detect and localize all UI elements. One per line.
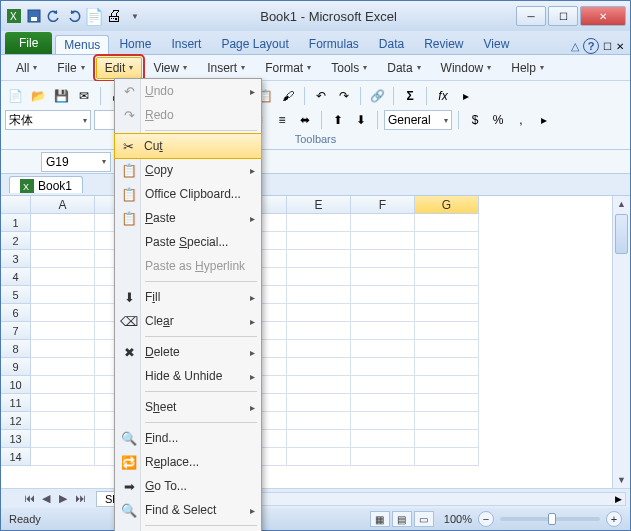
format-painter-icon[interactable]: 🖌 bbox=[278, 86, 298, 106]
doc-close-button[interactable]: ✕ bbox=[616, 41, 624, 52]
redo-icon[interactable] bbox=[65, 7, 83, 25]
menu-office-clipboard[interactable]: 📋Office Clipboard... bbox=[115, 182, 261, 206]
tab-page-layout[interactable]: Page Layout bbox=[211, 34, 298, 54]
menu-paste-special[interactable]: Paste Special... bbox=[115, 230, 261, 254]
cell[interactable] bbox=[287, 286, 351, 304]
menu-window[interactable]: Window▾ bbox=[432, 57, 501, 79]
undo-icon[interactable] bbox=[45, 7, 63, 25]
minimize-button[interactable]: ─ bbox=[516, 6, 546, 26]
row-header[interactable]: 10 bbox=[1, 376, 31, 394]
open-icon[interactable]: 📂 bbox=[28, 86, 48, 106]
cell[interactable] bbox=[287, 268, 351, 286]
cell[interactable] bbox=[31, 232, 95, 250]
row-header[interactable]: 1 bbox=[1, 214, 31, 232]
menu-sheet[interactable]: Sheet▸ bbox=[115, 395, 261, 419]
column-header[interactable]: E bbox=[287, 196, 351, 214]
new-icon[interactable]: 📄 bbox=[5, 86, 25, 106]
cell[interactable] bbox=[415, 358, 479, 376]
align-right-icon[interactable]: ≡ bbox=[272, 110, 292, 130]
cell[interactable] bbox=[351, 358, 415, 376]
qat-icon[interactable]: 🖨 bbox=[105, 7, 123, 25]
cell[interactable] bbox=[31, 268, 95, 286]
cell[interactable] bbox=[415, 304, 479, 322]
close-button[interactable]: ✕ bbox=[580, 6, 626, 26]
row-header[interactable]: 5 bbox=[1, 286, 31, 304]
tab-menus[interactable]: Menus bbox=[55, 35, 109, 54]
cell[interactable] bbox=[415, 322, 479, 340]
menu-view[interactable]: View▾ bbox=[144, 57, 196, 79]
cell[interactable] bbox=[31, 304, 95, 322]
valign-bottom-icon[interactable]: ⬇ bbox=[351, 110, 371, 130]
zoom-slider[interactable] bbox=[500, 517, 600, 521]
qat-dropdown-icon[interactable]: ▼ bbox=[125, 7, 143, 25]
menu-find-select[interactable]: 🔍Find & Select▸ bbox=[115, 498, 261, 522]
cell[interactable] bbox=[287, 304, 351, 322]
menu-edit[interactable]: Edit▾ bbox=[96, 57, 143, 79]
workbook-tab[interactable]: X Book1 bbox=[9, 176, 83, 193]
save-icon[interactable]: 💾 bbox=[51, 86, 71, 106]
tab-file[interactable]: File bbox=[5, 32, 52, 54]
cell[interactable] bbox=[31, 376, 95, 394]
cell[interactable] bbox=[31, 358, 95, 376]
menu-redo[interactable]: ↷Redo bbox=[115, 103, 261, 127]
cell[interactable] bbox=[351, 394, 415, 412]
cell[interactable] bbox=[351, 412, 415, 430]
row-header[interactable]: 4 bbox=[1, 268, 31, 286]
column-header[interactable]: A bbox=[31, 196, 95, 214]
cell[interactable] bbox=[31, 394, 95, 412]
cell[interactable] bbox=[31, 250, 95, 268]
row-header[interactable]: 6 bbox=[1, 304, 31, 322]
cell[interactable] bbox=[31, 412, 95, 430]
menu-fill[interactable]: ⬇Fill▸ bbox=[115, 285, 261, 309]
cell[interactable] bbox=[351, 376, 415, 394]
percent-icon[interactable]: % bbox=[488, 110, 508, 130]
cell[interactable] bbox=[287, 250, 351, 268]
sum-icon[interactable]: Σ bbox=[400, 86, 420, 106]
valign-top-icon[interactable]: ⬆ bbox=[328, 110, 348, 130]
menu-goto[interactable]: ➡Go To... bbox=[115, 474, 261, 498]
row-header[interactable]: 13 bbox=[1, 430, 31, 448]
cell[interactable] bbox=[415, 340, 479, 358]
cell[interactable] bbox=[287, 412, 351, 430]
cell[interactable] bbox=[351, 322, 415, 340]
cell[interactable] bbox=[287, 358, 351, 376]
cell[interactable] bbox=[415, 430, 479, 448]
zoom-in-button[interactable]: + bbox=[606, 511, 622, 527]
qat-icon[interactable]: 📄 bbox=[85, 7, 103, 25]
name-box[interactable]: G19▾ bbox=[41, 152, 111, 172]
currency-icon[interactable]: $ bbox=[465, 110, 485, 130]
toolbar-overflow-icon[interactable]: ▸ bbox=[534, 110, 554, 130]
cell[interactable] bbox=[287, 394, 351, 412]
cell[interactable] bbox=[351, 232, 415, 250]
link-icon[interactable]: 🔗 bbox=[367, 86, 387, 106]
cell[interactable] bbox=[415, 376, 479, 394]
cell[interactable] bbox=[415, 250, 479, 268]
cell[interactable] bbox=[351, 250, 415, 268]
row-header[interactable]: 7 bbox=[1, 322, 31, 340]
menu-hide-unhide[interactable]: Hide & Unhide▸ bbox=[115, 364, 261, 388]
cell[interactable] bbox=[415, 232, 479, 250]
tab-formulas[interactable]: Formulas bbox=[299, 34, 369, 54]
cell[interactable] bbox=[351, 286, 415, 304]
menu-data[interactable]: Data▾ bbox=[378, 57, 429, 79]
row-header[interactable]: 14 bbox=[1, 448, 31, 466]
menu-format[interactable]: Format▾ bbox=[256, 57, 320, 79]
row-header[interactable]: 11 bbox=[1, 394, 31, 412]
tab-home[interactable]: Home bbox=[109, 34, 161, 54]
column-header[interactable]: G bbox=[415, 196, 479, 214]
menu-paste[interactable]: 📋Paste▸ bbox=[115, 206, 261, 230]
row-header[interactable]: 12 bbox=[1, 412, 31, 430]
cell[interactable] bbox=[351, 304, 415, 322]
worksheet-grid[interactable]: ABCDEFG1234567891011121314 ▲▼ bbox=[1, 196, 630, 488]
cell[interactable] bbox=[287, 232, 351, 250]
doc-restore-button[interactable]: ☐ bbox=[603, 41, 612, 52]
view-pagebreak-button[interactable]: ▭ bbox=[414, 511, 434, 527]
cell[interactable] bbox=[31, 448, 95, 466]
comma-icon[interactable]: , bbox=[511, 110, 531, 130]
menu-copy[interactable]: 📋Copy▸ bbox=[115, 158, 261, 182]
menu-paste-hyperlink[interactable]: Paste as Hyperlink bbox=[115, 254, 261, 278]
cell[interactable] bbox=[351, 448, 415, 466]
cell[interactable] bbox=[287, 448, 351, 466]
cell[interactable] bbox=[351, 340, 415, 358]
cell[interactable] bbox=[287, 376, 351, 394]
